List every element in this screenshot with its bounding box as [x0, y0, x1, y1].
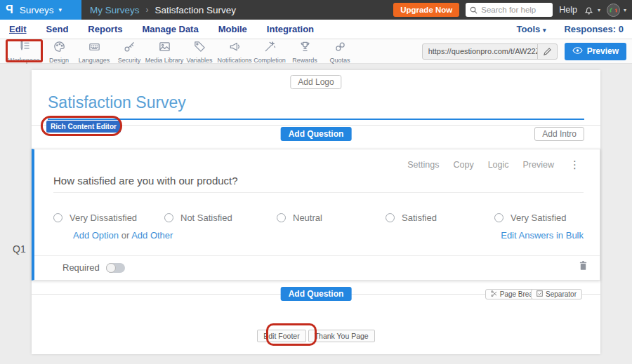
option-not-satisfied[interactable]: Not Satisfied	[164, 213, 232, 223]
question-card: Q1 Settings Copy Logic Preview ⋮ How sat…	[32, 149, 600, 281]
radio-icon[interactable]	[277, 213, 286, 222]
toolbar-languages-button[interactable]: Languages	[78, 39, 110, 64]
toolbar-workspace-button[interactable]: Workspace	[8, 39, 40, 64]
menu-right: Tools ▾ Responses: 0	[517, 24, 632, 34]
workspace-icon	[18, 40, 31, 56]
add-logo-button[interactable]: Add Logo	[290, 75, 341, 89]
question-text[interactable]: How satisfied are you with our product?	[53, 175, 238, 187]
question-more-options-icon[interactable]: ⋮	[570, 159, 580, 171]
magic-wand-icon	[263, 40, 277, 56]
upgrade-now-button[interactable]: Upgrade Now	[393, 3, 459, 17]
add-question-button-top[interactable]: Add Question	[281, 127, 352, 141]
question-copy-link[interactable]: Copy	[453, 160, 473, 170]
option-very-dissatisfied[interactable]: Very Dissatisfied	[53, 213, 137, 223]
breadcrumb: My Surveys › Satisfaction Survey	[90, 5, 236, 15]
tab-manage-data[interactable]: Manage Data	[142, 24, 198, 34]
toolbar-variables-button[interactable]: Variables	[183, 39, 216, 64]
question-settings-link[interactable]: Settings	[407, 160, 439, 170]
question-menu: Settings Copy Logic Preview ⋮	[407, 159, 580, 171]
help-link[interactable]: Help	[559, 5, 577, 15]
survey-url: https://questionpro.com/t/AW22ZcuEJ	[423, 47, 537, 55]
question-logic-link[interactable]: Logic	[488, 160, 509, 170]
chevron-down-icon: ▾	[543, 27, 546, 34]
megaphone-icon	[228, 40, 242, 56]
toolbar-media-library-button[interactable]: Media Library	[148, 39, 180, 64]
menu-items: Edit Send Reports Manage Data Mobile Int…	[0, 24, 314, 34]
footer-row: Edit Footer Thank You Page	[32, 330, 600, 342]
delete-question-trash-icon[interactable]	[579, 260, 588, 274]
chevron-down-icon: ▾	[624, 7, 626, 13]
radio-icon[interactable]	[53, 213, 62, 222]
scissors-icon	[491, 290, 497, 298]
palette-icon	[53, 40, 66, 56]
edit-answers-in-bulk-link[interactable]: Edit Answers in Bulk	[501, 230, 584, 241]
toolbar-completion-button[interactable]: Completion	[254, 39, 286, 64]
key-icon	[123, 40, 136, 56]
tab-edit[interactable]: Edit	[9, 24, 27, 34]
editor-toolbar: Workspace Design Languages Security Medi…	[0, 39, 632, 64]
or-label: or	[121, 230, 130, 241]
add-option-link[interactable]: Add Option	[73, 230, 119, 241]
radio-icon[interactable]	[164, 213, 173, 222]
breadcrumb-my-surveys[interactable]: My Surveys	[90, 5, 140, 15]
search-input[interactable]	[481, 6, 548, 14]
add-intro-button[interactable]: Add Intro	[534, 127, 584, 141]
tab-mobile[interactable]: Mobile	[218, 24, 247, 34]
separator-button[interactable]: Separator	[531, 289, 582, 299]
chain-links-icon	[334, 40, 347, 56]
add-option-links: Add Option or Add Other	[73, 230, 173, 241]
question-number: Q1	[13, 243, 26, 255]
tag-icon	[193, 40, 206, 56]
edit-footer-button[interactable]: Edit Footer	[257, 330, 305, 342]
preview-button[interactable]: Preview	[565, 43, 626, 60]
tab-reports[interactable]: Reports	[88, 24, 122, 34]
radio-icon[interactable]	[386, 213, 395, 222]
survey-menu-bar: Edit Send Reports Manage Data Mobile Int…	[0, 20, 632, 39]
thank-you-page-button[interactable]: Thank You Page	[308, 330, 375, 342]
breadcrumb-separator-icon: ›	[146, 5, 149, 15]
questionpro-survey-editor: P Surveys ▾ My Surveys › Satisfaction Su…	[0, 0, 632, 364]
chevron-down-icon: ▾	[598, 7, 600, 13]
tools-dropdown[interactable]: Tools ▾	[517, 24, 546, 34]
tab-send[interactable]: Send	[46, 24, 69, 34]
questionpro-logo-icon: P	[6, 4, 13, 16]
toggle-knob	[106, 263, 116, 273]
question-footer-divider	[34, 255, 600, 256]
required-row: Required	[62, 262, 125, 273]
search-icon	[470, 6, 478, 14]
help-search-box[interactable]	[466, 3, 553, 17]
required-toggle[interactable]	[106, 263, 125, 273]
add-question-button-bottom[interactable]: Add Question	[281, 287, 352, 301]
question-text-divider	[53, 192, 584, 193]
toolbar-security-button[interactable]: Security	[113, 39, 145, 64]
toolbar-quotas-button[interactable]: Quotas	[324, 39, 356, 64]
trophy-icon	[298, 40, 312, 56]
question-preview-link[interactable]: Preview	[523, 160, 554, 170]
toolbar-rewards-button[interactable]: Rewards	[289, 39, 321, 64]
option-very-satisfied[interactable]: Very Satisfied	[494, 213, 567, 223]
checkbox-icon	[536, 290, 543, 298]
header-actions: Upgrade Now Help ▾ ▾	[393, 3, 632, 17]
notifications-bell-icon[interactable]	[584, 5, 594, 15]
image-icon	[158, 40, 171, 56]
toolbar-items: Workspace Design Languages Security Medi…	[0, 39, 356, 64]
surveys-menu-label: Surveys	[20, 5, 54, 15]
toolbar-design-button[interactable]: Design	[43, 39, 75, 64]
option-neutral[interactable]: Neutral	[277, 213, 322, 223]
rich-content-editor-button[interactable]: Rich Content Editor	[46, 121, 121, 133]
required-label: Required	[62, 262, 100, 273]
keyboard-icon	[88, 40, 101, 56]
avatar[interactable]	[607, 4, 620, 17]
surveys-product-menu[interactable]: P Surveys ▾	[0, 0, 81, 20]
survey-title[interactable]: Satisfaction Survey	[48, 93, 186, 112]
chevron-down-icon: ▾	[58, 6, 62, 13]
edit-url-pencil-icon[interactable]	[537, 44, 557, 59]
tab-integration[interactable]: Integration	[267, 24, 314, 34]
radio-icon[interactable]	[494, 213, 503, 222]
add-other-link[interactable]: Add Other	[131, 230, 173, 241]
toolbar-right: https://questionpro.com/t/AW22ZcuEJ Prev…	[422, 43, 632, 60]
toolbar-notifications-button[interactable]: Notifications	[218, 39, 251, 64]
title-underline	[48, 119, 584, 120]
survey-url-box: https://questionpro.com/t/AW22ZcuEJ	[422, 43, 558, 60]
option-satisfied[interactable]: Satisfied	[386, 213, 437, 223]
